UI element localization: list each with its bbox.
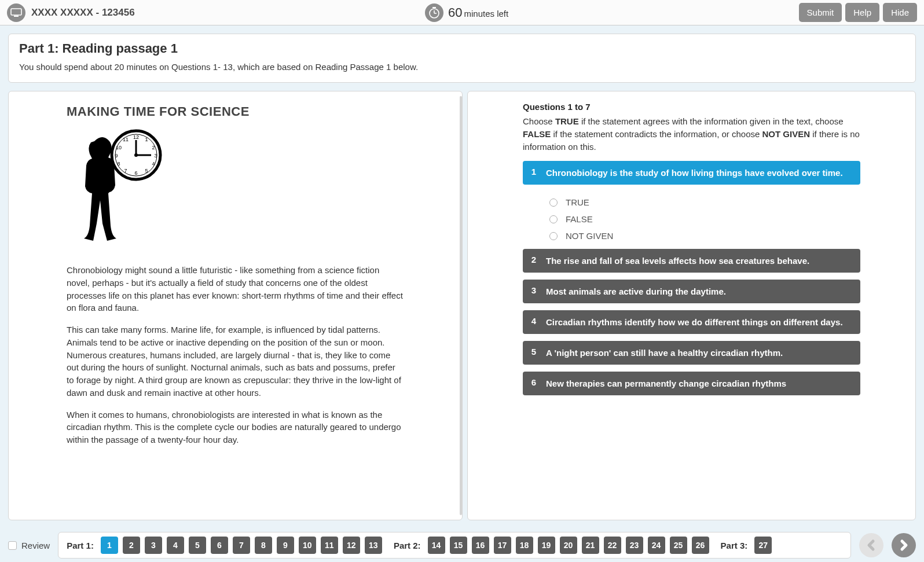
nav-question-button[interactable]: 27: [754, 537, 772, 554]
nav-question-button[interactable]: 11: [321, 537, 338, 554]
nav-question-button[interactable]: 21: [582, 537, 599, 554]
option-label: FALSE: [566, 214, 593, 224]
svg-text:3: 3: [154, 153, 157, 159]
candidate-label: XXXX XXXXX - 123456: [31, 7, 135, 19]
nav-question-button[interactable]: 24: [648, 537, 665, 554]
nav-question-button[interactable]: 26: [692, 537, 709, 554]
svg-text:6: 6: [134, 170, 137, 176]
part-title: Part 1: Reading passage 1: [19, 41, 905, 56]
question-header[interactable]: 2The rise and fall of sea levels affects…: [523, 249, 860, 273]
nav-question-button[interactable]: 8: [255, 537, 272, 554]
nav-question-button[interactable]: 15: [450, 537, 467, 554]
question-header[interactable]: 1Chronobiology is the study of how livin…: [523, 161, 860, 185]
next-button[interactable]: [892, 533, 916, 557]
passage-illustration: 12 1 2 3 4 5 6 7 8 9 10 11: [67, 126, 171, 254]
question-text: The rise and fall of sea levels affects …: [546, 255, 853, 267]
questions-heading: Questions 1 to 7: [523, 102, 860, 112]
page-wrap: Part 1: Reading passage 1 You should spe…: [0, 25, 924, 528]
review-checkbox[interactable]: Review: [8, 541, 50, 550]
nav-question-button[interactable]: 13: [365, 537, 382, 554]
question-number: 1: [530, 167, 538, 179]
question-options: TRUEFALSENOT GIVEN: [523, 192, 860, 249]
question-nav[interactable]: Part 1:12345678910111213Part 2:141516171…: [58, 532, 851, 559]
nav-question-button[interactable]: 10: [299, 537, 316, 554]
nav-question-button[interactable]: 6: [211, 537, 228, 554]
part-label: Part 2:: [394, 541, 421, 550]
radio-icon: [549, 215, 558, 223]
hide-button[interactable]: Hide: [883, 3, 917, 22]
question-number: 2: [530, 255, 538, 267]
questions-instruction: Choose TRUE if the statement agrees with…: [523, 115, 860, 153]
timer: 60minutes left: [425, 3, 508, 22]
nav-question-button[interactable]: 2: [123, 537, 140, 554]
question-text: Most animals are active during the dayti…: [546, 285, 853, 297]
instructions-card: Part 1: Reading passage 1 You should spe…: [8, 34, 916, 83]
question-number: 3: [530, 285, 538, 297]
option-row[interactable]: FALSE: [549, 211, 860, 227]
passage-title: MAKING TIME FOR SCIENCE: [67, 104, 404, 119]
nav-question-button[interactable]: 14: [428, 537, 445, 554]
submit-button[interactable]: Submit: [799, 3, 842, 22]
option-row[interactable]: NOT GIVEN: [549, 227, 860, 244]
svg-text:11: 11: [123, 137, 129, 142]
svg-text:7: 7: [124, 168, 127, 174]
nav-question-button[interactable]: 4: [167, 537, 184, 554]
svg-rect-1: [14, 16, 19, 17]
nav-question-button[interactable]: 22: [604, 537, 621, 554]
svg-text:8: 8: [117, 161, 120, 167]
svg-text:10: 10: [116, 145, 122, 150]
radio-icon: [549, 232, 558, 240]
question-header[interactable]: 4Circadian rhythms identify how we do di…: [523, 310, 860, 334]
option-row[interactable]: TRUE: [549, 194, 860, 211]
nav-question-button[interactable]: 19: [538, 537, 555, 554]
svg-rect-0: [11, 9, 21, 15]
nav-question-button[interactable]: 18: [516, 537, 533, 554]
svg-text:1: 1: [145, 137, 148, 142]
timer-text: 60minutes left: [448, 5, 508, 20]
questions-pane[interactable]: Questions 1 to 7 Choose TRUE if the stat…: [467, 91, 916, 520]
question-text: Circadian rhythms identify how we do dif…: [546, 316, 853, 328]
nav-question-button[interactable]: 1: [101, 537, 118, 554]
nav-question-button[interactable]: 16: [472, 537, 489, 554]
reading-pane[interactable]: MAKING TIME FOR SCIENCE 12 1 2 3 4 5 6 7: [8, 91, 463, 520]
nav-question-button[interactable]: 9: [277, 537, 294, 554]
nav-question-button[interactable]: 25: [670, 537, 687, 554]
svg-text:2: 2: [152, 145, 155, 150]
part-label: Part 3:: [721, 541, 748, 550]
svg-text:4: 4: [152, 161, 155, 167]
help-button[interactable]: Help: [845, 3, 879, 22]
passage-paragraph: When it comes to humans, chronobiologist…: [67, 409, 404, 446]
nav-question-button[interactable]: 5: [189, 537, 206, 554]
nav-question-button[interactable]: 23: [626, 537, 643, 554]
question-text: Chronobiology is the study of how living…: [546, 167, 853, 179]
question-number: 6: [530, 377, 538, 390]
prev-button[interactable]: [859, 533, 883, 557]
passage-body: Chronobiology might sound a little futur…: [67, 264, 404, 446]
svg-text:5: 5: [145, 168, 148, 174]
nav-question-button[interactable]: 3: [145, 537, 162, 554]
nav-question-button[interactable]: 12: [343, 537, 360, 554]
question-header[interactable]: 3Most animals are active during the dayt…: [523, 280, 860, 303]
question-number: 5: [530, 347, 538, 359]
passage-paragraph: This can take many forms. Marine life, f…: [67, 324, 404, 399]
bottom-bar: Review Part 1:12345678910111213Part 2:14…: [0, 528, 924, 562]
question-header[interactable]: 6New therapies can permanently change ci…: [523, 372, 860, 395]
nav-question-button[interactable]: 20: [560, 537, 577, 554]
nav-question-button[interactable]: 7: [233, 537, 250, 554]
top-buttons: Submit Help Hide: [799, 3, 917, 22]
question-text: New therapies can permanently change cir…: [546, 377, 853, 390]
clock-icon: [425, 3, 443, 22]
questions-list: 1Chronobiology is the study of how livin…: [523, 161, 860, 395]
option-label: NOT GIVEN: [566, 231, 613, 241]
question-header[interactable]: 5A 'night person' can still have a healt…: [523, 341, 860, 365]
question-text: A 'night person' can still have a health…: [546, 347, 853, 359]
review-label: Review: [21, 541, 50, 550]
option-label: TRUE: [566, 197, 589, 207]
main-split: MAKING TIME FOR SCIENCE 12 1 2 3 4 5 6 7: [8, 91, 916, 520]
checkbox-icon: [8, 541, 17, 550]
nav-question-button[interactable]: 17: [494, 537, 511, 554]
top-bar: XXXX XXXXX - 123456 60minutes left Submi…: [0, 0, 924, 25]
monitor-icon: [7, 3, 25, 22]
svg-rect-5: [432, 7, 436, 8]
question-number: 4: [530, 316, 538, 328]
